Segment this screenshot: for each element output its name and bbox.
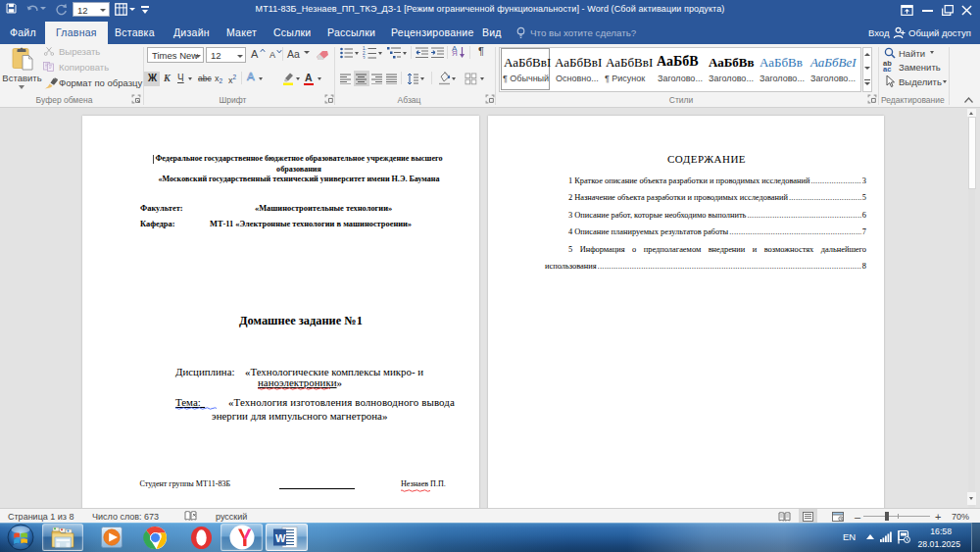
svg-text:3.: 3.: [363, 56, 367, 60]
svg-text:W: W: [275, 532, 286, 544]
